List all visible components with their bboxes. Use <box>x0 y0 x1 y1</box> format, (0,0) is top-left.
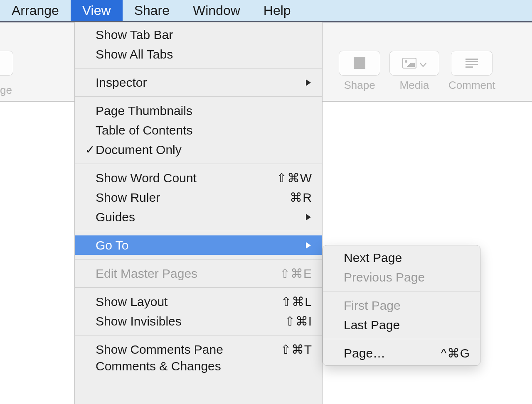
menuitem-show-word-count[interactable]: Show Word Count ⇧⌘W <box>75 168 322 188</box>
menu-separator <box>75 259 322 260</box>
menu-separator <box>75 231 322 231</box>
menu-help[interactable]: Help <box>252 0 303 21</box>
view-menu: Show Tab Bar Show All Tabs Inspector Pag… <box>74 22 323 404</box>
menu-share[interactable]: Share <box>123 0 181 21</box>
submenu-arrow-icon <box>305 238 312 252</box>
menu-separator <box>75 287 322 288</box>
check-icon: ✓ <box>84 143 96 157</box>
toolbar-label-cut-left: ge <box>0 84 12 97</box>
menuitem-page-thumbnails[interactable]: Page Thumbnails <box>75 101 322 120</box>
menuitem-show-all-tabs[interactable]: Show All Tabs <box>75 44 322 64</box>
comment-button[interactable] <box>451 51 493 76</box>
menuitem-table-of-contents[interactable]: Table of Contents <box>75 120 322 140</box>
shortcut: ⇧⌘L <box>281 294 312 309</box>
menuitem-go-to[interactable]: Go To <box>75 235 322 255</box>
menuitem-edit-master-pages: Edit Master Pages ⇧⌘E <box>75 264 322 283</box>
shape-button[interactable] <box>339 51 380 76</box>
menu-window[interactable]: Window <box>181 0 252 21</box>
menu-separator <box>75 68 322 69</box>
shortcut: ⇧⌘T <box>281 342 312 357</box>
shape-icon <box>354 57 365 69</box>
shortcut: ⇧⌘W <box>276 171 312 185</box>
menuitem-next-page[interactable]: Next Page <box>323 248 480 267</box>
menu-separator <box>75 96 322 97</box>
submenu-arrow-icon <box>305 210 312 224</box>
menuitem-previous-page: Previous Page <box>323 267 480 287</box>
toolbar-buttons: Shape Media Comment <box>339 51 495 92</box>
menuitem-inspector[interactable]: Inspector <box>75 73 322 92</box>
menu-separator <box>323 291 480 291</box>
menuitem-guides[interactable]: Guides <box>75 207 322 227</box>
menubar: Arrange View Share Window Help <box>0 0 532 22</box>
menuitem-page-number[interactable]: Page… ^⌘G <box>323 343 480 363</box>
media-label: Media <box>400 79 429 92</box>
submenu-arrow-icon <box>305 76 312 90</box>
menuitem-show-ruler[interactable]: Show Ruler ⌘R <box>75 188 322 207</box>
shortcut: ⌘R <box>290 190 312 205</box>
chevron-down-icon <box>420 56 426 70</box>
shortcut: ⇧⌘E <box>280 266 312 281</box>
menu-view[interactable]: View <box>71 0 123 21</box>
menu-arrange[interactable]: Arrange <box>0 0 71 21</box>
comment-label: Comment <box>448 79 495 92</box>
menuitem-last-page[interactable]: Last Page <box>323 315 480 335</box>
toolbar-button-cut-left[interactable] <box>0 51 13 76</box>
picture-icon <box>402 58 416 69</box>
menuitem-first-page: First Page <box>323 296 480 315</box>
menuitem-comments-changes[interactable]: Comments & Changes <box>75 359 322 372</box>
menu-separator <box>75 335 322 335</box>
media-button[interactable] <box>389 51 439 76</box>
shape-label: Shape <box>344 79 375 92</box>
menuitem-show-tab-bar[interactable]: Show Tab Bar <box>75 25 322 44</box>
menuitem-show-comments-pane[interactable]: Show Comments Pane ⇧⌘T <box>75 340 322 359</box>
shortcut: ^⌘G <box>441 346 470 360</box>
menuitem-show-invisibles[interactable]: Show Invisibles ⇧⌘I <box>75 311 322 331</box>
menu-separator <box>75 164 322 164</box>
menuitem-show-layout[interactable]: Show Layout ⇧⌘L <box>75 292 322 311</box>
menuitem-document-only[interactable]: ✓ Document Only <box>75 140 322 159</box>
shortcut: ⇧⌘I <box>285 314 312 328</box>
go-to-submenu: Next Page Previous Page First Page Last … <box>323 245 480 366</box>
comment-icon <box>466 59 478 68</box>
menu-separator <box>323 339 480 339</box>
